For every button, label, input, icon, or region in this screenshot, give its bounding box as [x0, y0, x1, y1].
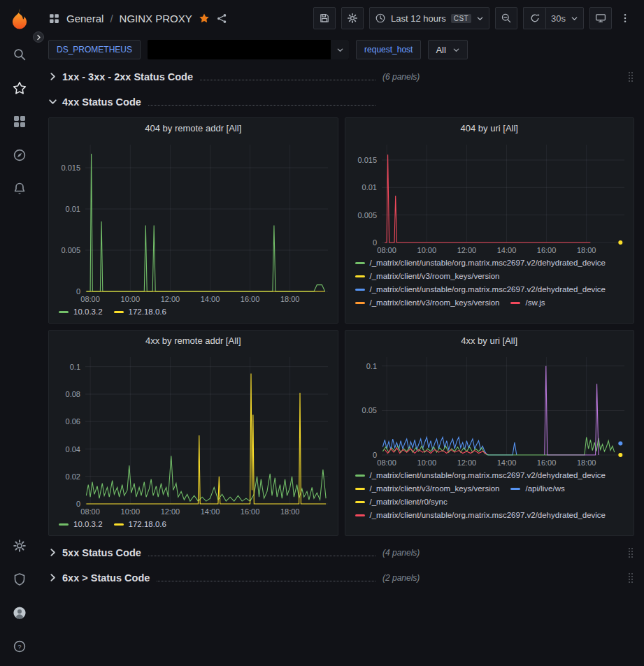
legend-item[interactable]: 10.0.3.2 — [59, 520, 103, 528]
legend-item[interactable]: /sw.js — [510, 298, 545, 307]
sidebar-item-configuration[interactable] — [0, 529, 38, 563]
legend-item[interactable]: /_matrix/client/v3/room_keys/version — [355, 484, 500, 493]
row-panel-count: (4 panels) — [382, 548, 420, 558]
zoom-out-icon — [501, 13, 512, 24]
sidebar-item-profile[interactable] — [0, 596, 38, 630]
svg-text:0.1: 0.1 — [70, 363, 80, 371]
zoom-out-time-button[interactable] — [495, 7, 517, 29]
legend-item[interactable]: /api/live/ws — [510, 484, 564, 493]
page-title[interactable]: NGINX PROXY — [120, 13, 192, 24]
request-host-variable-select[interactable]: All — [428, 40, 467, 59]
svg-text:08:00: 08:00 — [377, 246, 396, 254]
sidebar-item-search[interactable] — [0, 38, 38, 71]
legend-item[interactable]: 172.18.0.6 — [114, 520, 166, 528]
save-dashboard-button[interactable] — [313, 7, 336, 29]
avatar — [13, 606, 27, 620]
datasource-variable-select[interactable] — [148, 40, 349, 59]
share-icon — [216, 13, 228, 24]
sidebar-item-dashboards[interactable] — [0, 105, 38, 138]
row-drag-handle[interactable] — [627, 572, 634, 584]
svg-text:14:00: 14:00 — [201, 295, 220, 303]
row-dotted-filler — [148, 105, 375, 106]
sidebar-item-starred[interactable] — [0, 71, 38, 105]
svg-text:10:00: 10:00 — [121, 295, 141, 303]
time-range-picker[interactable]: Last 12 hours CST — [369, 7, 489, 29]
time-series-chart[interactable]: 08:0010:0012:0014:0016:0018:0000.0050.01… — [49, 138, 338, 305]
sidebar-item-explore[interactable] — [0, 138, 38, 172]
panel-4xx-by-uri: 4xx by uri [All] 08:0010:0012:0014:0016:… — [345, 330, 635, 536]
svg-text:08:00: 08:00 — [80, 507, 100, 516]
caret-down-icon — [476, 15, 484, 22]
row-drag-handle[interactable] — [627, 546, 634, 559]
panel-title[interactable]: 404 by uri [All] — [345, 118, 634, 138]
row-title: 6xx > Status Code — [62, 572, 150, 584]
svg-text:14:00: 14:00 — [496, 458, 516, 467]
datasource-variable-label[interactable]: DS_PROMETHEUS — [48, 40, 141, 59]
svg-text:0: 0 — [372, 451, 376, 459]
expand-sidebar-button[interactable] — [33, 31, 44, 43]
request-host-variable-label[interactable]: request_host — [356, 40, 421, 59]
refresh-icon — [529, 13, 541, 24]
grafana-logo[interactable] — [0, 0, 38, 38]
dashboard-settings-button[interactable] — [341, 7, 364, 29]
row-1xx-3xx-2xx[interactable]: 1xx - 3xx - 2xx Status Code (6 panels) — [48, 67, 634, 86]
sidebar-item-help[interactable]: ? — [0, 630, 38, 663]
time-series-chart[interactable]: 08:0010:0012:0014:0016:0018:0000.020.040… — [49, 350, 338, 518]
row-6xx[interactable]: 6xx > Status Code (2 panels) — [48, 568, 634, 587]
panel-legend: /_matrix/client/unstable/org.matrix.msc2… — [345, 469, 634, 535]
timezone-badge: CST — [451, 14, 471, 23]
breadcrumb-folder[interactable]: General — [66, 13, 103, 24]
row-title-group: 5xx Status Code — [48, 547, 382, 558]
legend-item[interactable]: /_matrix/client/v3/room_keys/version — [355, 272, 500, 280]
sidebar: ? — [0, 0, 38, 666]
refresh-button[interactable] — [523, 7, 545, 29]
share-button[interactable] — [216, 13, 228, 24]
breadcrumb: General / NGINX PROXY — [48, 13, 228, 24]
svg-text:12:00: 12:00 — [457, 458, 476, 467]
panel-title[interactable]: 404 by remote addr [All] — [49, 118, 338, 138]
panel-title[interactable]: 4xx by remote addr [All] — [49, 331, 338, 350]
panel-legend: 10.0.3.2172.18.0.6 — [49, 305, 338, 323]
breadcrumb-separator: / — [110, 13, 113, 24]
svg-text:?: ? — [17, 643, 21, 651]
row-title: 5xx Status Code — [62, 547, 141, 558]
svg-text:0.1: 0.1 — [366, 362, 376, 370]
search-icon — [13, 48, 27, 61]
row-title: 4xx Status Code — [62, 96, 141, 108]
legend-item[interactable]: /_matrix/client/r0/sync — [355, 498, 448, 506]
row-drag-handle[interactable] — [627, 71, 634, 83]
row-4xx[interactable]: 4xx Status Code — [48, 92, 634, 111]
legend-item[interactable]: /_matrix/client/unstable/org.matrix.msc2… — [355, 511, 606, 519]
variables-bar: DS_PROMETHEUS request_host All — [38, 36, 644, 63]
time-series-chart[interactable]: 08:0010:0012:0014:0016:0018:0000.0050.01… — [345, 138, 634, 256]
star-icon — [13, 81, 27, 95]
row-title: 1xx - 3xx - 2xx Status Code — [62, 71, 193, 82]
sidebar-item-server-admin[interactable] — [0, 563, 38, 596]
more-options-button[interactable] — [617, 7, 633, 29]
shield-icon — [13, 572, 27, 586]
refresh-interval-dropdown[interactable]: 30s — [545, 7, 584, 29]
legend-item[interactable]: /_matrix/client/unstable/org.matrix.msc2… — [355, 259, 606, 267]
legend-item[interactable]: 172.18.0.6 — [114, 307, 166, 316]
favorite-button[interactable] — [199, 13, 210, 24]
panel-404-by-uri: 404 by uri [All] 08:0010:0012:0014:0016:… — [345, 117, 635, 324]
svg-text:10:00: 10:00 — [417, 246, 436, 254]
legend-item[interactable]: 10.0.3.2 — [59, 307, 103, 316]
row-5xx[interactable]: 5xx Status Code (4 panels) — [48, 543, 634, 562]
row-panel-count: (6 panels) — [382, 72, 420, 82]
save-icon — [319, 13, 330, 24]
topbar: General / NGINX PROXY Last 12 hours CST — [38, 0, 644, 36]
legend-item[interactable]: /_matrix/client/unstable/org.matrix.msc2… — [355, 285, 606, 294]
caret-down-icon — [571, 15, 578, 22]
refresh-group: 30s — [523, 7, 584, 29]
panel-title[interactable]: 4xx by uri [All] — [345, 331, 634, 350]
chevron-down-icon — [48, 97, 57, 106]
row-dotted-filler — [157, 581, 375, 581]
legend-item[interactable]: /_matrix/client/unstable/org.matrix.msc2… — [355, 471, 606, 479]
legend-item[interactable]: /_matrix/client/v3/room_keys/version — [355, 298, 500, 307]
kebab-icon — [620, 13, 631, 24]
time-series-chart[interactable]: 08:0010:0012:0014:0016:0018:0000.050.1 — [345, 350, 634, 469]
chevron-right-icon — [36, 34, 42, 41]
cycle-view-mode-button[interactable] — [589, 7, 612, 29]
sidebar-item-alerting[interactable] — [0, 172, 38, 205]
